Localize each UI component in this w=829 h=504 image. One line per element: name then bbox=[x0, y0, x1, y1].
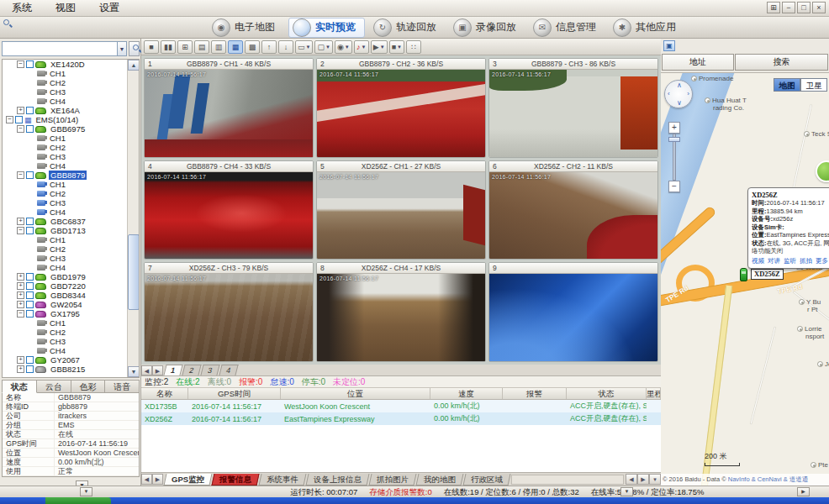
video-page-tab-2[interactable]: 2 bbox=[182, 365, 201, 375]
page-next-icon[interactable]: ▶ bbox=[152, 365, 163, 375]
map-pan-control[interactable]: ∧ ∨ ‹ › bbox=[664, 80, 693, 108]
tree-node-label[interactable]: CH3 bbox=[48, 152, 67, 161]
tabs-prev-icon[interactable]: ◀ bbox=[141, 474, 152, 485]
vehicle-marker[interactable] bbox=[740, 268, 747, 281]
table-header-0[interactable]: 名称 bbox=[141, 388, 188, 399]
bottom-tab-系统事件[interactable]: 系统事件 bbox=[259, 474, 307, 486]
tree-node-label[interactable]: CH3 bbox=[48, 337, 67, 346]
video-feed[interactable]: 2016-07-14 11:56:17 bbox=[317, 172, 485, 260]
toolbar-button-轨迹回放[interactable]: ↻轨迹回放 bbox=[370, 18, 445, 38]
menu-item-2[interactable]: 设置 bbox=[87, 1, 131, 15]
tree-node-label[interactable]: XE1420D bbox=[49, 60, 87, 69]
dropdown-arrow-icon[interactable]: ▼ bbox=[362, 45, 367, 50]
expand-icon[interactable]: + bbox=[17, 365, 24, 373]
tree-node-label[interactable]: GX1795 bbox=[49, 309, 82, 318]
tab-色彩[interactable]: 色彩 bbox=[71, 380, 106, 393]
split-8-icon[interactable]: ▥ bbox=[211, 40, 226, 54]
tree-node-label[interactable]: GBB6975 bbox=[49, 124, 87, 134]
expand-icon[interactable]: + bbox=[17, 218, 24, 225]
tab-云台[interactable]: 云台 bbox=[37, 380, 71, 393]
device-search-input[interactable] bbox=[2, 41, 118, 56]
tree-node-CH3[interactable]: CH3 bbox=[3, 254, 139, 263]
minimize-button[interactable]: − bbox=[782, 2, 795, 13]
tree-checkbox[interactable] bbox=[26, 60, 34, 68]
tree-checkbox[interactable] bbox=[26, 301, 34, 308]
menu-item-0[interactable]: 系统 bbox=[0, 1, 44, 15]
table-row-XD1735B[interactable]: XD1735B2016-07-14 11:56:17WestJoon Koon … bbox=[141, 400, 661, 412]
tree-node-GBB8215[interactable]: +GBB8215 bbox=[3, 365, 139, 374]
pan-right-icon[interactable]: › bbox=[687, 90, 689, 97]
tree-node-GY2067[interactable]: +GY2067 bbox=[3, 355, 139, 365]
video-feed[interactable]: 2016-07-14 11:56:17 bbox=[145, 172, 313, 260]
tree-node-label[interactable]: GBC6837 bbox=[49, 217, 87, 226]
tree-node-CH2[interactable]: CH2 bbox=[3, 78, 139, 87]
bottom-tab-GPS监控[interactable]: GPS监控 bbox=[164, 474, 213, 486]
map-view-tab[interactable]: 地图 bbox=[774, 78, 800, 92]
video-page-tab-3[interactable]: 3 bbox=[200, 365, 219, 375]
poi-area-marker[interactable] bbox=[816, 160, 829, 182]
dropdown-arrow-icon[interactable]: ▼ bbox=[325, 45, 330, 50]
tree-node-label[interactable]: CH2 bbox=[48, 244, 67, 254]
tree-checkbox[interactable] bbox=[26, 291, 34, 299]
video-feed[interactable]: 2016-07-14 11:56:17 bbox=[317, 70, 485, 157]
dropdown-arrow-icon[interactable]: ▼ bbox=[345, 45, 350, 50]
tree-node-GBD1979[interactable]: +GBD1979 bbox=[3, 272, 139, 281]
table-header-1[interactable]: GPS时间 bbox=[188, 388, 281, 399]
tree-node-label[interactable]: EMS(10/14) bbox=[34, 115, 81, 124]
video-cell-3[interactable]: 3GBB8879 - CH3 - 86 KB/S2016-07-14 11:56… bbox=[488, 58, 658, 158]
tree-node-CH3[interactable]: CH3 bbox=[3, 198, 139, 207]
tree-node-label[interactable]: CH2 bbox=[48, 143, 67, 152]
collapse-icon[interactable]: − bbox=[6, 116, 13, 123]
split-6-icon[interactable]: ▤ bbox=[194, 40, 209, 54]
tree-node-label[interactable]: CH1 bbox=[48, 180, 67, 189]
tabs-scroll-right-icon[interactable]: ▶ bbox=[637, 474, 649, 485]
tree-node-CH4[interactable]: CH4 bbox=[3, 97, 139, 106]
expand-icon[interactable]: ∷ bbox=[406, 40, 421, 54]
tree-node-GBB6975[interactable]: −GBB6975 bbox=[3, 124, 139, 134]
address-field[interactable]: 地址 bbox=[662, 54, 734, 71]
zoom-out-button[interactable]: − bbox=[668, 181, 680, 192]
pin-button[interactable]: ⊞ bbox=[767, 2, 780, 13]
tree-node-XE164A[interactable]: +XE164A bbox=[3, 106, 139, 115]
tree-node-CH3[interactable]: CH3 bbox=[3, 152, 139, 161]
popup-link-抓拍[interactable]: 抓拍 bbox=[800, 257, 812, 265]
toolbar-button-信息管理[interactable]: ✉信息管理 bbox=[530, 18, 605, 38]
search-button[interactable] bbox=[129, 41, 140, 56]
tree-node-XE1420D[interactable]: −XE1420D bbox=[3, 60, 139, 69]
video-cell-6[interactable]: 6XD256Z - CH2 - 11 KB/S2016-07-14 11:56:… bbox=[488, 160, 658, 260]
tree-node-label[interactable]: CH4 bbox=[48, 161, 67, 171]
video-cell-4[interactable]: 4GBB8879 - CH4 - 33 KB/S2016-07-14 11:56… bbox=[144, 160, 314, 260]
dropdown-arrow-icon[interactable]: ▼ bbox=[397, 45, 402, 50]
tabs-scroll-left-icon[interactable]: ◀ bbox=[626, 474, 637, 485]
collapse-icon[interactable]: − bbox=[17, 60, 24, 68]
expand-icon[interactable]: + bbox=[17, 356, 24, 364]
stop-icon[interactable]: ■▼ bbox=[389, 40, 404, 54]
monitor-icon[interactable]: ▢▼ bbox=[314, 40, 332, 54]
stop-all-icon[interactable]: ■ bbox=[144, 40, 159, 54]
search-dropdown-arrow-icon[interactable]: ▼ bbox=[118, 41, 127, 56]
tabs-scrollbar[interactable] bbox=[511, 475, 624, 485]
status-expand-button[interactable]: ▶ bbox=[797, 487, 810, 496]
expand-icon[interactable]: + bbox=[17, 273, 24, 281]
popup-link-监听[interactable]: 监听 bbox=[784, 257, 796, 265]
map-canvas[interactable]: TPE Rd TPE Rd Promenade Hua Huat Trading… bbox=[661, 72, 829, 486]
tree-node-label[interactable]: GW2054 bbox=[49, 300, 84, 309]
tree-checkbox[interactable] bbox=[26, 365, 34, 373]
tree-node-label[interactable]: CH1 bbox=[48, 318, 67, 328]
video-page-tab-4[interactable]: 4 bbox=[219, 365, 238, 375]
tree-node-CH4[interactable]: CH4 bbox=[3, 346, 139, 355]
bottom-tab-行政区域[interactable]: 行政区域 bbox=[463, 474, 511, 486]
tree-node-label[interactable]: CH2 bbox=[48, 189, 67, 198]
tree-checkbox[interactable] bbox=[26, 282, 34, 290]
tree-node-label[interactable]: CH3 bbox=[48, 254, 67, 263]
tree-node-CH2[interactable]: CH2 bbox=[3, 189, 139, 198]
tree-node-label[interactable]: GBD8344 bbox=[49, 291, 87, 300]
tree-node-label[interactable]: GBB8215 bbox=[49, 365, 87, 374]
tree-node-CH4[interactable]: CH4 bbox=[3, 161, 139, 171]
tree-node-label[interactable]: CH3 bbox=[48, 87, 67, 97]
video-feed[interactable]: 2016-07-14 11:56:17 bbox=[145, 70, 313, 157]
tree-checkbox[interactable] bbox=[26, 171, 34, 179]
table-row-XD256Z[interactable]: XD256Z2016-07-14 11:56:17EastTampines Ex… bbox=[141, 412, 661, 425]
tree-node-label[interactable]: CH1 bbox=[48, 69, 67, 78]
collapse-icon[interactable]: − bbox=[17, 125, 24, 133]
